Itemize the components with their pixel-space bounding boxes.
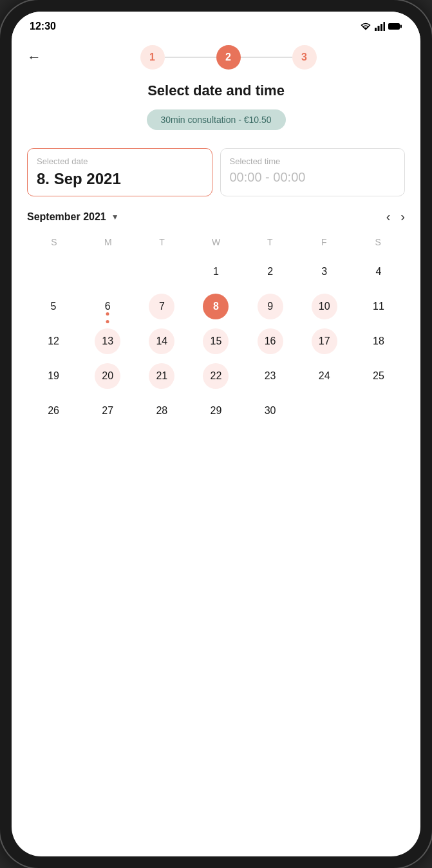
- calendar-cell[interactable]: 17: [298, 325, 351, 358]
- calendar-cell[interactable]: 11: [352, 290, 405, 323]
- time-value: 00:00 - 00:00: [230, 170, 396, 185]
- calendar-day-number[interactable]: 2: [258, 259, 283, 285]
- calendar-cell: [135, 255, 188, 288]
- calendar-cell[interactable]: 10: [298, 290, 351, 323]
- svg-rect-5: [400, 25, 402, 28]
- status-icons: [360, 22, 402, 31]
- svg-rect-3: [384, 22, 386, 31]
- calendar-cell[interactable]: 16: [244, 325, 297, 358]
- calendar-cell[interactable]: 4: [352, 255, 405, 288]
- calendar-cell: [352, 394, 405, 428]
- status-time: 12:30: [30, 21, 56, 32]
- calendar-day-number[interactable]: 22: [203, 363, 229, 389]
- calendar-cell[interactable]: 21: [135, 359, 188, 393]
- calendar-day-number[interactable]: 28: [149, 398, 174, 424]
- phone-frame: 12:30: [0, 0, 432, 868]
- calendar-cell[interactable]: 7: [135, 290, 188, 323]
- calendar-cell[interactable]: 8: [189, 290, 242, 323]
- calendar-cell[interactable]: 19: [27, 359, 80, 393]
- date-time-row: Selected date 8. Sep 2021 Selected time …: [27, 148, 405, 196]
- calendar-cell[interactable]: 25: [352, 359, 405, 393]
- calendar-cell[interactable]: 30: [244, 394, 297, 428]
- step-3[interactable]: 3: [292, 45, 317, 70]
- calendar-day-number[interactable]: 17: [312, 328, 337, 354]
- calendar-day-number[interactable]: 10: [312, 294, 337, 319]
- calendar-nav: ‹ ›: [386, 209, 405, 224]
- status-bar: 12:30: [12, 12, 420, 37]
- svg-rect-2: [380, 24, 382, 31]
- calendar-cell[interactable]: 29: [189, 394, 242, 428]
- step-line-1: [165, 57, 216, 58]
- day-name-mon: M: [81, 234, 135, 250]
- day-name-tue: T: [135, 234, 189, 250]
- calendar-day-number[interactable]: 13: [95, 328, 120, 354]
- calendar-cell[interactable]: 6: [81, 290, 134, 323]
- calendar-day-number[interactable]: 6: [95, 294, 120, 319]
- month-label-container[interactable]: September 2021 ▼: [27, 211, 119, 223]
- calendar-day-number[interactable]: 30: [258, 398, 283, 424]
- calendar-cell[interactable]: 14: [135, 325, 188, 358]
- calendar-day-number[interactable]: 18: [366, 328, 391, 354]
- calendar-cell[interactable]: 28: [135, 394, 188, 428]
- calendar-day-number[interactable]: 21: [149, 363, 174, 389]
- calendar-cell[interactable]: 20: [81, 359, 134, 393]
- calendar-day-number[interactable]: 12: [41, 328, 66, 354]
- calendar-cell[interactable]: 22: [189, 359, 242, 393]
- calendar-day-number[interactable]: 16: [258, 328, 283, 354]
- step-2[interactable]: 2: [216, 45, 241, 70]
- calendar-cell[interactable]: 26: [27, 394, 80, 428]
- calendar-cell[interactable]: 1: [189, 255, 242, 288]
- calendar-day-number[interactable]: 25: [366, 363, 391, 389]
- calendar-cell[interactable]: 3: [298, 255, 351, 288]
- calendar-day-number[interactable]: 1: [203, 259, 229, 285]
- calendar-cell[interactable]: 27: [81, 394, 134, 428]
- prev-month-button[interactable]: ‹: [386, 209, 391, 224]
- calendar-day-number[interactable]: 20: [95, 363, 120, 389]
- calendar-day-number[interactable]: 24: [312, 363, 337, 389]
- calendar-cell[interactable]: 15: [189, 325, 242, 358]
- page-title: Select date and time: [27, 82, 405, 99]
- calendar-day-number[interactable]: 23: [258, 363, 283, 389]
- phone-screen: 12:30: [12, 12, 420, 856]
- step-line-2: [241, 57, 292, 58]
- calendar-day-number[interactable]: 4: [366, 259, 391, 285]
- calendar-day-number[interactable]: 7: [149, 294, 174, 319]
- time-label: Selected time: [230, 156, 396, 166]
- calendar-cell[interactable]: 23: [244, 359, 297, 393]
- step-1[interactable]: 1: [140, 45, 165, 70]
- calendar-day-number[interactable]: 8: [203, 294, 229, 319]
- calendar-day-number[interactable]: 26: [41, 398, 66, 424]
- calendar-cell[interactable]: 18: [352, 325, 405, 358]
- calendar-day-number[interactable]: 15: [203, 328, 229, 354]
- day-name-fri: F: [297, 234, 351, 250]
- calendar-cell[interactable]: 12: [27, 325, 80, 358]
- battery-icon: [388, 23, 402, 30]
- day-name-sat: S: [351, 234, 405, 250]
- calendar-day-number[interactable]: 14: [149, 328, 174, 354]
- calendar-day-number[interactable]: 3: [312, 259, 337, 285]
- calendar-cell[interactable]: 5: [27, 290, 80, 323]
- dropdown-arrow-icon: ▼: [111, 212, 119, 222]
- calendar-day-number[interactable]: 27: [95, 398, 120, 424]
- calendar-cell[interactable]: 24: [298, 359, 351, 393]
- next-month-button[interactable]: ›: [400, 209, 405, 224]
- calendar-cell[interactable]: 9: [244, 290, 297, 323]
- date-selector[interactable]: Selected date 8. Sep 2021: [27, 148, 212, 196]
- calendar-cell[interactable]: 13: [81, 325, 134, 358]
- calendar-day-number[interactable]: 19: [41, 363, 66, 389]
- consultation-badge-container: 30min consultation - €10.50: [27, 109, 405, 130]
- calendar-cell[interactable]: 2: [244, 255, 297, 288]
- calendar-day-number[interactable]: 5: [41, 294, 66, 319]
- calendar-day-number[interactable]: 29: [203, 398, 229, 424]
- calendar-day-number[interactable]: 11: [366, 294, 391, 319]
- svg-rect-4: [388, 23, 400, 30]
- month-header: September 2021 ▼ ‹ ›: [27, 209, 405, 224]
- day-name-sun: S: [27, 234, 81, 250]
- time-selector[interactable]: Selected time 00:00 - 00:00: [220, 148, 406, 196]
- back-button[interactable]: ←: [27, 49, 41, 66]
- signal-icon: [375, 22, 385, 31]
- calendar-day-number[interactable]: 9: [258, 294, 283, 319]
- month-text: September 2021: [27, 211, 106, 223]
- date-value: 8. Sep 2021: [37, 170, 203, 188]
- calendar-cell: [27, 255, 80, 288]
